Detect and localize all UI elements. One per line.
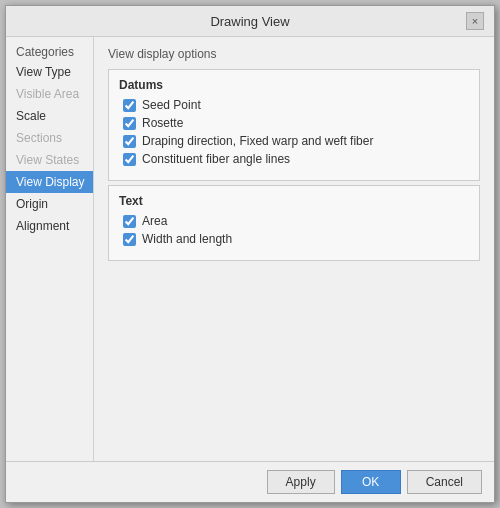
sidebar-item-visible-area: Visible Area [6, 83, 93, 105]
close-button[interactable]: × [466, 12, 484, 30]
checkbox-row-constituent: Constituent fiber angle lines [119, 152, 469, 166]
footer: Apply OK Cancel [6, 461, 494, 502]
sidebar-item-view-type[interactable]: View Type [6, 61, 93, 83]
datums-group-label: Datums [119, 78, 469, 92]
dialog-body: Categories View Type Visible Area Scale … [6, 37, 494, 461]
checkbox-rosette[interactable] [123, 117, 136, 130]
sidebar-item-sections: Sections [6, 127, 93, 149]
titlebar: Drawing View × [6, 6, 494, 37]
checkbox-row-width-length: Width and length [119, 232, 469, 246]
text-group: Text Area Width and length [108, 185, 480, 261]
checkbox-row-seed-point: Seed Point [119, 98, 469, 112]
sidebar-label: Categories [6, 41, 93, 61]
ok-button[interactable]: OK [341, 470, 401, 494]
sidebar-item-scale[interactable]: Scale [6, 105, 93, 127]
cancel-button[interactable]: Cancel [407, 470, 482, 494]
label-rosette: Rosette [142, 116, 183, 130]
main-content: View display options Datums Seed Point R… [94, 37, 494, 461]
checkbox-area[interactable] [123, 215, 136, 228]
checkbox-row-draping: Draping direction, Fixed warp and weft f… [119, 134, 469, 148]
dialog: Drawing View × Categories View Type Visi… [5, 5, 495, 503]
checkbox-width-length[interactable] [123, 233, 136, 246]
apply-button[interactable]: Apply [267, 470, 335, 494]
checkbox-row-area: Area [119, 214, 469, 228]
sidebar-item-view-display[interactable]: View Display [6, 171, 93, 193]
label-constituent: Constituent fiber angle lines [142, 152, 290, 166]
label-width-length: Width and length [142, 232, 232, 246]
datums-group: Datums Seed Point Rosette Draping direct… [108, 69, 480, 181]
label-draping: Draping direction, Fixed warp and weft f… [142, 134, 373, 148]
sidebar-item-origin[interactable]: Origin [6, 193, 93, 215]
checkbox-constituent[interactable] [123, 153, 136, 166]
checkbox-draping[interactable] [123, 135, 136, 148]
section-title: View display options [108, 47, 480, 63]
text-group-label: Text [119, 194, 469, 208]
label-seed-point: Seed Point [142, 98, 201, 112]
sidebar: Categories View Type Visible Area Scale … [6, 37, 94, 461]
sidebar-item-view-states: View States [6, 149, 93, 171]
sidebar-item-alignment[interactable]: Alignment [6, 215, 93, 237]
checkbox-seed-point[interactable] [123, 99, 136, 112]
label-area: Area [142, 214, 167, 228]
checkbox-row-rosette: Rosette [119, 116, 469, 130]
dialog-title: Drawing View [34, 14, 466, 29]
